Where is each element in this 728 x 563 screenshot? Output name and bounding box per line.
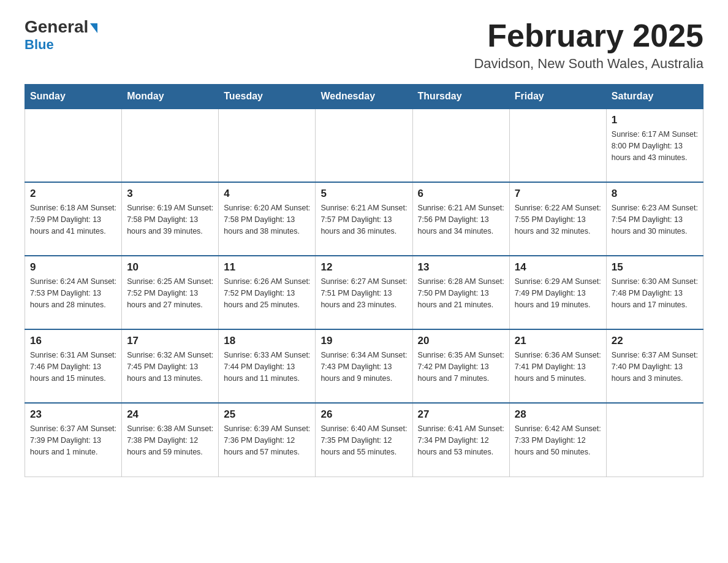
calendar-cell: 26Sunrise: 6:40 AM Sunset: 7:35 PM Dayli… [316, 403, 412, 477]
weekday-header-sunday: Sunday [25, 85, 122, 109]
day-info: Sunrise: 6:24 AM Sunset: 7:53 PM Dayligh… [30, 276, 116, 310]
day-info: Sunrise: 6:26 AM Sunset: 7:52 PM Dayligh… [224, 276, 310, 310]
calendar-cell: 9Sunrise: 6:24 AM Sunset: 7:53 PM Daylig… [25, 256, 122, 329]
weekday-header-monday: Monday [122, 85, 219, 109]
day-number: 20 [418, 335, 504, 347]
calendar-cell: 15Sunrise: 6:30 AM Sunset: 7:48 PM Dayli… [606, 256, 703, 329]
day-info: Sunrise: 6:21 AM Sunset: 7:57 PM Dayligh… [320, 202, 407, 237]
day-number: 6 [418, 188, 504, 200]
day-number: 27 [418, 408, 504, 421]
calendar-cell: 3Sunrise: 6:19 AM Sunset: 7:58 PM Daylig… [122, 182, 219, 256]
location-subtitle: Davidson, New South Wales, Australia [474, 56, 703, 72]
calendar-cell: 14Sunrise: 6:29 AM Sunset: 7:49 PM Dayli… [509, 256, 606, 329]
day-info: Sunrise: 6:19 AM Sunset: 7:58 PM Dayligh… [127, 202, 213, 237]
day-info: Sunrise: 6:20 AM Sunset: 7:58 PM Dayligh… [224, 202, 310, 237]
calendar-cell [606, 403, 703, 477]
calendar-cell: 2Sunrise: 6:18 AM Sunset: 7:59 PM Daylig… [25, 182, 122, 256]
day-info: Sunrise: 6:33 AM Sunset: 7:44 PM Dayligh… [224, 350, 310, 384]
calendar-cell: 22Sunrise: 6:37 AM Sunset: 7:40 PM Dayli… [606, 329, 703, 403]
day-number: 24 [127, 408, 213, 421]
day-number: 23 [30, 408, 116, 421]
day-info: Sunrise: 6:32 AM Sunset: 7:45 PM Dayligh… [127, 350, 213, 384]
weekday-header-thursday: Thursday [412, 85, 509, 109]
logo: General Blue [25, 18, 97, 53]
day-info: Sunrise: 6:28 AM Sunset: 7:50 PM Dayligh… [418, 276, 504, 310]
calendar-cell: 8Sunrise: 6:23 AM Sunset: 7:54 PM Daylig… [606, 182, 703, 256]
day-info: Sunrise: 6:29 AM Sunset: 7:49 PM Dayligh… [515, 276, 601, 310]
day-info: Sunrise: 6:23 AM Sunset: 7:54 PM Dayligh… [612, 202, 698, 237]
weekday-header-friday: Friday [509, 85, 606, 109]
day-info: Sunrise: 6:34 AM Sunset: 7:43 PM Dayligh… [320, 350, 407, 384]
calendar-cell [412, 109, 509, 182]
month-year-title: February 2025 [474, 18, 703, 53]
calendar-cell: 4Sunrise: 6:20 AM Sunset: 7:58 PM Daylig… [219, 182, 316, 256]
day-info: Sunrise: 6:31 AM Sunset: 7:46 PM Dayligh… [30, 350, 116, 384]
calendar-cell [122, 109, 219, 182]
day-number: 2 [30, 188, 116, 200]
calendar-cell: 27Sunrise: 6:41 AM Sunset: 7:34 PM Dayli… [412, 403, 509, 477]
calendar-cell [25, 109, 122, 182]
calendar-cell: 28Sunrise: 6:42 AM Sunset: 7:33 PM Dayli… [509, 403, 606, 477]
day-info: Sunrise: 6:35 AM Sunset: 7:42 PM Dayligh… [418, 350, 504, 384]
day-number: 19 [320, 335, 407, 347]
day-number: 13 [418, 261, 504, 274]
calendar-cell: 23Sunrise: 6:37 AM Sunset: 7:39 PM Dayli… [25, 403, 122, 477]
day-info: Sunrise: 6:30 AM Sunset: 7:48 PM Dayligh… [612, 276, 698, 310]
day-number: 10 [127, 261, 213, 274]
day-number: 3 [127, 188, 213, 200]
weekday-header-saturday: Saturday [606, 85, 703, 109]
page-header: General Blue February 2025 Davidson, New… [25, 18, 703, 72]
calendar-week-row: 23Sunrise: 6:37 AM Sunset: 7:39 PM Dayli… [25, 403, 703, 477]
day-info: Sunrise: 6:38 AM Sunset: 7:38 PM Dayligh… [127, 423, 213, 458]
title-area: February 2025 Davidson, New South Wales,… [474, 18, 703, 72]
calendar-cell: 7Sunrise: 6:22 AM Sunset: 7:55 PM Daylig… [509, 182, 606, 256]
calendar-cell: 1Sunrise: 6:17 AM Sunset: 8:00 PM Daylig… [606, 109, 703, 182]
day-info: Sunrise: 6:25 AM Sunset: 7:52 PM Dayligh… [127, 276, 213, 310]
day-number: 22 [612, 335, 698, 347]
calendar-table: SundayMondayTuesdayWednesdayThursdayFrid… [25, 84, 703, 477]
day-number: 25 [224, 408, 310, 421]
day-info: Sunrise: 6:36 AM Sunset: 7:41 PM Dayligh… [515, 350, 601, 384]
day-number: 7 [515, 188, 601, 200]
calendar-week-row: 2Sunrise: 6:18 AM Sunset: 7:59 PM Daylig… [25, 182, 703, 256]
day-info: Sunrise: 6:39 AM Sunset: 7:36 PM Dayligh… [224, 423, 310, 458]
day-number: 9 [30, 261, 116, 274]
calendar-cell: 25Sunrise: 6:39 AM Sunset: 7:36 PM Dayli… [219, 403, 316, 477]
calendar-cell: 12Sunrise: 6:27 AM Sunset: 7:51 PM Dayli… [316, 256, 412, 329]
calendar-cell: 17Sunrise: 6:32 AM Sunset: 7:45 PM Dayli… [122, 329, 219, 403]
day-number: 21 [515, 335, 601, 347]
weekday-header-row: SundayMondayTuesdayWednesdayThursdayFrid… [25, 85, 703, 109]
day-info: Sunrise: 6:37 AM Sunset: 7:39 PM Dayligh… [30, 423, 116, 458]
logo-general: General [25, 18, 97, 36]
calendar-week-row: 9Sunrise: 6:24 AM Sunset: 7:53 PM Daylig… [25, 256, 703, 329]
day-info: Sunrise: 6:22 AM Sunset: 7:55 PM Dayligh… [515, 202, 601, 237]
day-number: 11 [224, 261, 310, 274]
calendar-cell [509, 109, 606, 182]
day-number: 15 [612, 261, 698, 274]
day-number: 5 [320, 188, 407, 200]
calendar-week-row: 1Sunrise: 6:17 AM Sunset: 8:00 PM Daylig… [25, 109, 703, 182]
calendar-cell: 20Sunrise: 6:35 AM Sunset: 7:42 PM Dayli… [412, 329, 509, 403]
day-number: 1 [612, 114, 698, 126]
calendar-cell: 13Sunrise: 6:28 AM Sunset: 7:50 PM Dayli… [412, 256, 509, 329]
day-info: Sunrise: 6:41 AM Sunset: 7:34 PM Dayligh… [418, 423, 504, 458]
calendar-cell: 16Sunrise: 6:31 AM Sunset: 7:46 PM Dayli… [25, 329, 122, 403]
day-number: 26 [320, 408, 407, 421]
day-number: 12 [320, 261, 407, 274]
day-number: 4 [224, 188, 310, 200]
calendar-week-row: 16Sunrise: 6:31 AM Sunset: 7:46 PM Dayli… [25, 329, 703, 403]
day-number: 16 [30, 335, 116, 347]
day-number: 17 [127, 335, 213, 347]
day-info: Sunrise: 6:18 AM Sunset: 7:59 PM Dayligh… [30, 202, 116, 237]
calendar-cell: 24Sunrise: 6:38 AM Sunset: 7:38 PM Dayli… [122, 403, 219, 477]
day-number: 8 [612, 188, 698, 200]
day-info: Sunrise: 6:42 AM Sunset: 7:33 PM Dayligh… [515, 423, 601, 458]
calendar-cell: 10Sunrise: 6:25 AM Sunset: 7:52 PM Dayli… [122, 256, 219, 329]
weekday-header-wednesday: Wednesday [316, 85, 412, 109]
day-number: 28 [515, 408, 601, 421]
day-number: 18 [224, 335, 310, 347]
calendar-cell [316, 109, 412, 182]
calendar-cell: 18Sunrise: 6:33 AM Sunset: 7:44 PM Dayli… [219, 329, 316, 403]
calendar-cell: 21Sunrise: 6:36 AM Sunset: 7:41 PM Dayli… [509, 329, 606, 403]
weekday-header-tuesday: Tuesday [219, 85, 316, 109]
